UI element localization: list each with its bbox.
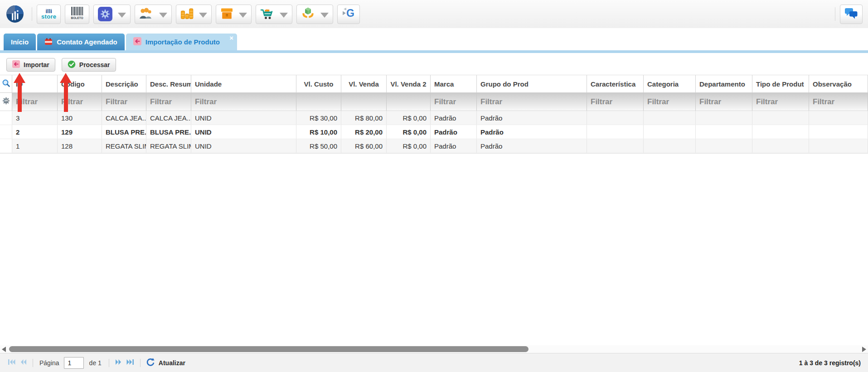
active-tab-strip [0,50,868,53]
header-cell[interactable]: Descrição [102,75,146,92]
grid-cell: UNID [191,125,296,139]
grid-cell [752,111,809,125]
tab-importacao-de-produto[interactable]: Importação de Produto × [126,34,237,50]
filter-cell[interactable] [341,93,387,111]
filter-cell[interactable]: Filtrar [809,93,868,111]
shopping-cart-icon [260,7,274,22]
header-cell[interactable]: Tipo de Produt [752,75,809,92]
filter-cell[interactable]: Filtrar [696,93,752,111]
tab-bar: Início Contato Agendado Importação de [4,34,237,50]
filter-cell[interactable]: Filtrar [587,93,644,111]
grid-cell: R$ 80,00 [341,111,387,125]
grid-cell [696,111,752,125]
table-row[interactable]: 1128REGATA SLIMREGATA SLIMUNIDR$ 50,00R$… [0,139,868,153]
boleto-button[interactable]: BOLETO [65,5,89,24]
chevron-down-icon [118,13,126,18]
grid-cell: Padrão [431,111,477,125]
products-button[interactable] [296,5,333,24]
grid-cell [587,125,644,139]
svg-text:G: G [346,7,354,19]
scroll-left-icon[interactable] [2,347,6,352]
sales-button[interactable] [256,5,292,24]
orange-box-icon [220,7,233,21]
filter-cell[interactable]: Filtrar [644,93,696,111]
page-number-input[interactable] [64,357,84,369]
grid-filter-row: API FiltrarFiltrarFiltrarFiltrarFiltrarF… [0,93,868,111]
grid-cell: R$ 30,00 [296,111,341,125]
prev-page-button[interactable] [17,358,29,368]
tab-close-icon[interactable]: × [229,34,233,41]
first-page-button[interactable] [5,358,17,368]
grid-cell [644,139,696,153]
row-gutter-cell [0,125,12,139]
filter-cell[interactable]: Filtrar [431,93,477,111]
people-button[interactable] [135,5,172,24]
grid-api-tool[interactable]: API [0,93,12,111]
illi-store-button[interactable]: illi store [37,5,61,24]
table-row[interactable]: 2129BLUSA PRE...BLUSA PRE...UNIDR$ 10,00… [0,125,868,139]
filter-cell[interactable]: Filtrar [752,93,809,111]
filter-cell[interactable]: Filtrar [477,93,587,111]
header-cell[interactable]: Departamento [696,75,752,92]
header-cell[interactable]: Grupo do Prod [477,75,587,92]
filter-cell[interactable]: Filtrar [102,93,146,111]
filter-cell[interactable]: Filtrar [146,93,191,111]
sync-button[interactable]: G [337,5,360,24]
horizontal-scrollbar[interactable] [0,345,868,353]
filter-cell[interactable]: Filtrar [191,93,296,111]
archive-button[interactable] [216,5,252,24]
filter-cell[interactable] [387,93,431,111]
grid-cell: R$ 0,00 [387,125,431,139]
annotation-arrow-shaft [18,83,22,112]
pager-divider [33,359,33,367]
grid-cell: R$ 60,00 [341,139,387,153]
header-cell[interactable]: Unidade [191,75,296,92]
grid-cell [752,139,809,153]
finance-button[interactable] [176,5,212,24]
importar-button[interactable]: Importar [6,58,55,72]
chat-button[interactable] [840,5,863,24]
svg-text:BOLETO: BOLETO [71,16,83,19]
tab-contato-agendado[interactable]: Contato Agendado [37,34,125,50]
header-cell[interactable]: Vl. Venda [341,75,387,92]
header-cell[interactable]: Vl. Custo [296,75,341,92]
grid-cell: 130 [58,111,102,125]
grid-cell [587,139,644,153]
header-cell[interactable]: Característica [587,75,644,92]
grid-cell [696,139,752,153]
processar-button[interactable]: Processar [62,58,116,72]
tab-label: Importação de Produto [145,38,220,46]
tab-label: Contato Agendado [57,38,117,46]
row-gutter-cell [0,111,12,125]
settings-button[interactable] [93,5,131,24]
header-cell[interactable]: Categoria [644,75,696,92]
grid-cell: R$ 20,00 [341,125,387,139]
filter-cell[interactable] [296,93,341,111]
header-cell[interactable]: Marca [431,75,477,92]
records-summary: 1 à 3 de 3 registro(s) [799,359,863,367]
grid-cell [809,139,868,153]
scrollbar-thumb[interactable] [9,346,529,352]
grid-cell: 3 [12,111,58,125]
row-gutter-cell [0,139,12,153]
grid-cell: UNID [191,139,296,153]
hands-cube-icon [301,7,315,21]
skip-last-icon [126,359,134,367]
grid-cell [587,111,644,125]
table-row[interactable]: 3130CALCA JEA...CALCA JEA...UNIDR$ 30,00… [0,111,868,125]
grid-cell: R$ 10,00 [296,125,341,139]
last-page-button[interactable] [125,358,136,368]
atualizar-button[interactable]: Atualizar [146,358,185,368]
grid-search-tool[interactable] [0,75,12,92]
toolbar-divider [835,7,835,21]
next-page-button[interactable] [113,358,125,368]
scroll-right-icon[interactable] [862,347,866,352]
header-cell[interactable]: Vl. Venda 2 [387,75,431,92]
header-cell[interactable]: Desc. Resumid [146,75,191,92]
header-cell[interactable]: Observação [809,75,868,92]
tab-inicio[interactable]: Início [4,34,36,50]
grid-cell: 2 [12,125,58,139]
grid-cell: 129 [58,125,102,139]
pager-divider [140,359,141,367]
pink-left-arrow-icon [12,60,20,69]
